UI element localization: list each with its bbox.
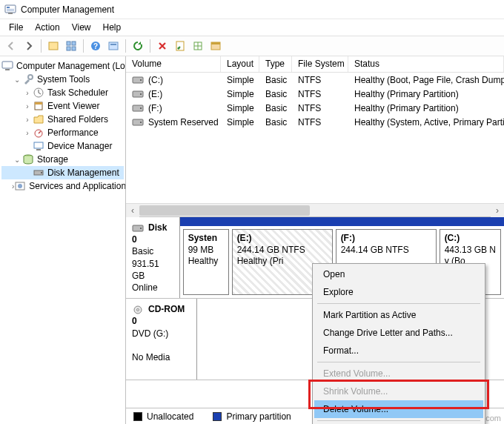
collapse-icon[interactable]: ⌄ xyxy=(12,76,22,84)
expand-icon[interactable]: › xyxy=(22,102,33,110)
table-row[interactable]: (C:)SimpleBasicNTFSHealthy (Boot, Page F… xyxy=(126,73,504,87)
forward-button[interactable] xyxy=(21,38,37,54)
menu-bar: File Action View Help xyxy=(0,19,504,36)
svg-point-38 xyxy=(140,107,142,109)
ctx-explore[interactable]: Explore xyxy=(314,283,483,301)
show-hide-button[interactable] xyxy=(45,38,62,54)
svg-rect-14 xyxy=(176,42,184,50)
toolbar: ? xyxy=(0,36,504,56)
tree-performance[interactable]: › Performance xyxy=(1,126,124,139)
settings-button[interactable] xyxy=(105,38,122,54)
svg-rect-2 xyxy=(7,9,14,10)
tree-device-manager[interactable]: Device Manager xyxy=(1,139,124,153)
disk-info[interactable]: CD-ROM 0 DVD (G:) No Media xyxy=(126,299,197,380)
disk-info[interactable]: Disk 0 Basic 931.51 GB Online xyxy=(126,217,180,298)
svg-rect-7 xyxy=(72,42,76,45)
svg-rect-6 xyxy=(67,42,70,45)
tree-root[interactable]: Computer Management (Local xyxy=(1,59,124,73)
tree-system-tools[interactable]: ⌄ System Tools xyxy=(1,73,124,86)
svg-rect-20 xyxy=(5,69,10,70)
clock-icon xyxy=(33,87,44,99)
menu-help[interactable]: Help xyxy=(97,21,127,34)
back-button[interactable] xyxy=(3,38,19,54)
expand-icon[interactable]: › xyxy=(22,129,33,137)
tree-disk-management[interactable]: Disk Management xyxy=(1,166,124,179)
menu-file[interactable]: File xyxy=(3,21,29,34)
services-icon xyxy=(14,180,26,192)
list-header: Volume Layout Type File System Status xyxy=(126,56,504,73)
legend-box-primary xyxy=(213,412,222,421)
table-row[interactable]: System ReservedSimpleBasicNTFSHealthy (S… xyxy=(126,115,504,129)
drive-icon xyxy=(132,76,144,85)
drive-icon xyxy=(132,104,144,113)
svg-rect-13 xyxy=(110,44,116,45)
svg-point-32 xyxy=(18,184,22,188)
tree-task-scheduler[interactable]: › Task Scheduler xyxy=(1,86,124,99)
ctx-delete-volume[interactable]: Delete Volume... xyxy=(314,400,483,418)
tree-event-viewer[interactable]: › Event Viewer xyxy=(1,99,124,113)
menu-action[interactable]: Action xyxy=(29,21,65,34)
svg-rect-9 xyxy=(72,47,76,50)
event-icon xyxy=(33,100,44,112)
window-title: Computer Management xyxy=(21,4,114,15)
svg-rect-19 xyxy=(2,62,13,68)
collapse-icon[interactable]: ⌄ xyxy=(12,156,22,164)
menu-view[interactable]: View xyxy=(66,21,97,34)
ctx-open[interactable]: Open xyxy=(314,265,483,283)
ctx-extend[interactable]: Extend Volume... xyxy=(314,365,483,382)
col-layout[interactable]: Layout xyxy=(221,56,259,72)
ctx-mark-active[interactable]: Mark Partition as Active xyxy=(314,306,483,324)
volume-list: Volume Layout Type File System Status (C… xyxy=(126,56,504,217)
col-status[interactable]: Status xyxy=(348,56,504,72)
svg-rect-8 xyxy=(67,47,70,50)
col-type[interactable]: Type xyxy=(259,56,292,72)
legend-box-unallocated xyxy=(133,412,142,421)
partition-system-reserved[interactable]: Systen 99 MB Healthy xyxy=(183,229,229,295)
svg-rect-3 xyxy=(7,10,14,11)
svg-point-30 xyxy=(41,172,42,173)
title-bar: Computer Management xyxy=(0,0,504,19)
scroll-thumb[interactable] xyxy=(139,205,310,216)
tools-icon xyxy=(22,73,34,85)
navigation-tree: Computer Management (Local ⌄ System Tool… xyxy=(0,56,126,424)
delete-button[interactable] xyxy=(154,38,170,54)
table-row[interactable]: (E:)SimpleBasicNTFSHealthy (Primary Part… xyxy=(126,87,504,101)
svg-rect-5 xyxy=(49,42,58,50)
action-button[interactable] xyxy=(190,38,206,54)
expand-icon[interactable]: › xyxy=(22,116,33,124)
table-row[interactable]: (F:)SimpleBasicNTFSHealthy (Primary Part… xyxy=(126,101,504,115)
ctx-change-letter[interactable]: Change Drive Letter and Paths... xyxy=(314,324,483,342)
help-button[interactable]: ? xyxy=(87,38,104,54)
svg-point-42 xyxy=(140,228,142,229)
legend-unallocated: Unallocated xyxy=(147,411,193,422)
svg-point-21 xyxy=(28,75,33,79)
tree-storage[interactable]: ⌄ Storage xyxy=(1,153,124,166)
svg-rect-27 xyxy=(36,149,41,150)
col-filesystem[interactable]: File System xyxy=(292,56,348,72)
view-button[interactable] xyxy=(63,38,79,54)
svg-point-36 xyxy=(140,93,142,95)
tree-shared-folders[interactable]: › Shared Folders xyxy=(1,113,124,126)
svg-point-34 xyxy=(140,79,142,81)
tree-services[interactable]: › Services and Applications xyxy=(1,179,124,193)
cdrom-icon xyxy=(132,305,144,314)
drive-icon xyxy=(132,118,144,127)
scroll-right-icon[interactable]: › xyxy=(491,204,504,217)
ctx-format[interactable]: Format... xyxy=(314,342,483,360)
svg-point-40 xyxy=(140,122,142,123)
horizontal-scrollbar[interactable]: ‹ › xyxy=(126,203,504,216)
svg-rect-12 xyxy=(109,42,118,50)
scroll-left-icon[interactable]: ‹ xyxy=(126,204,139,217)
expand-icon[interactable]: › xyxy=(22,89,33,97)
svg-rect-18 xyxy=(211,42,220,44)
context-menu: Open Explore Mark Partition as Active Ch… xyxy=(312,263,485,424)
refresh-button[interactable] xyxy=(130,38,146,54)
col-volume[interactable]: Volume xyxy=(126,56,221,72)
computer-icon xyxy=(1,60,13,72)
properties-button[interactable] xyxy=(172,38,188,54)
svg-point-15 xyxy=(178,47,180,50)
list-button[interactable] xyxy=(208,38,224,54)
ctx-shrink[interactable]: Shrink Volume... xyxy=(314,382,483,400)
toolbar-separator xyxy=(83,39,84,53)
hdd-icon xyxy=(132,224,144,233)
